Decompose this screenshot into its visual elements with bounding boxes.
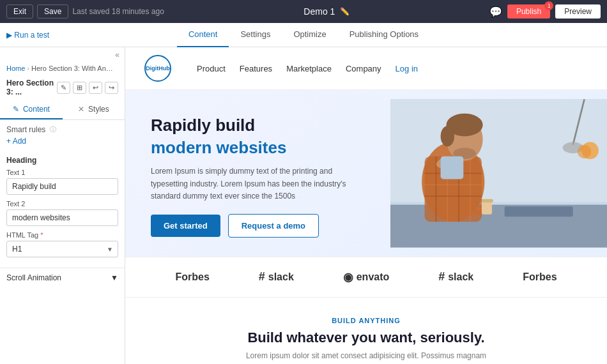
logo-forbes-1: Forbes	[175, 271, 209, 283]
add-link[interactable]: + Add	[6, 137, 118, 146]
top-bar-left: Exit Save Last saved 18 minutes ago	[6, 4, 164, 19]
panel-tab-styles[interactable]: ✕ Styles	[63, 100, 125, 119]
nav-link-product[interactable]: Product	[197, 64, 226, 73]
svg-rect-23	[440, 156, 463, 179]
nav-link-marketplace[interactable]: Marketplace	[286, 64, 332, 73]
heading-label: Heading	[6, 156, 118, 165]
site-nav: DigitHub Product Features Marketplace Co…	[125, 47, 607, 90]
top-bar-right: 💬 Publish 1 Preview	[489, 4, 601, 19]
scroll-animation-section[interactable]: Scroll Animation ▼	[0, 268, 125, 287]
panel-icon-edit[interactable]: ✎	[57, 82, 70, 94]
x-icon: ✕	[78, 105, 84, 114]
panel-collapse: «	[0, 47, 125, 62]
comment-icon[interactable]: 💬	[489, 6, 502, 18]
build-description: Lorem ipsum dolor sit amet consect adipi…	[206, 351, 526, 360]
logo-slack-2: # slack	[438, 270, 473, 284]
run-test-link[interactable]: ▶ Run a test	[6, 31, 49, 40]
saved-text: Last saved 18 minutes ago	[72, 7, 164, 16]
svg-point-27	[578, 145, 591, 158]
text2-input[interactable]	[6, 209, 118, 226]
text1-input[interactable]	[6, 178, 118, 195]
panel-icon-undo[interactable]: ↩	[89, 82, 102, 94]
panel-tab-content[interactable]: ✎ Content	[0, 100, 63, 119]
forbes-label-1: Forbes	[175, 271, 209, 283]
edit-icon: ✎	[13, 105, 19, 114]
logos-section: Forbes # slack ◉ envato # slack Forbes	[125, 257, 607, 298]
text1-label: Text 1	[6, 169, 118, 176]
publish-badge: 1	[544, 1, 553, 10]
build-eyebrow: BUILD ANYTHING	[144, 317, 588, 324]
save-button[interactable]: Save	[37, 4, 68, 19]
logo-forbes-2: Forbes	[523, 271, 557, 283]
hero-image	[390, 90, 607, 257]
scroll-animation-chevron-icon: ▼	[111, 273, 118, 282]
left-panel: « Home › Hero Section 3: With Angled Ima…	[0, 47, 125, 364]
scroll-animation-label: Scroll Animation	[6, 273, 61, 282]
tab-content[interactable]: Content	[177, 23, 229, 47]
site-nav-links: Product Features Marketplace Company Log…	[197, 64, 588, 73]
preview-button[interactable]: Preview	[555, 4, 601, 19]
preview-area: DigitHub Product Features Marketplace Co…	[125, 47, 607, 364]
html-tag-select[interactable]: H1 H2 H3 p	[6, 241, 118, 257]
breadcrumb: Home › Hero Section 3: With Angled Image…	[0, 62, 125, 75]
logo-slack-1: # slack	[259, 270, 294, 284]
nav-link-login[interactable]: Log in	[396, 64, 418, 73]
smart-rules-label: Smart rules	[6, 125, 45, 134]
slack-label-2: slack	[448, 271, 473, 283]
breadcrumb-section: Hero Section 3: With Angled Image On Rig…	[31, 64, 114, 72]
panel-header-title: Hero Section 3: ...	[6, 79, 54, 96]
logo-envato: ◉ envato	[343, 270, 390, 284]
nav-link-features[interactable]: Features	[240, 64, 272, 73]
svg-point-19	[440, 126, 454, 146]
build-title: Build whatever you want, seriously.	[144, 330, 588, 346]
hero-image-svg	[390, 90, 607, 257]
info-icon[interactable]: ⓘ	[50, 125, 56, 134]
html-tag-label: HTML Tag *	[6, 231, 118, 239]
tab-settings[interactable]: Settings	[229, 23, 282, 47]
hero-heading-line1: Rapidly build	[151, 116, 371, 135]
breadcrumb-home[interactable]: Home	[6, 64, 25, 72]
panel-section: Smart rules ⓘ + Add	[0, 120, 125, 151]
tab-optimize[interactable]: Optimize	[282, 23, 337, 47]
svg-rect-5	[480, 199, 493, 202]
panel-icon-redo[interactable]: ↪	[105, 82, 118, 94]
text2-label: Text 2	[6, 200, 118, 208]
hero-section: Rapidly build modern websites Lorem Ipsu…	[125, 90, 607, 257]
collapse-button[interactable]: «	[115, 50, 119, 59]
nav-link-company[interactable]: Company	[346, 64, 381, 73]
publish-button[interactable]: Publish 1	[507, 4, 550, 19]
svg-rect-3	[504, 206, 572, 216]
svg-rect-4	[482, 201, 492, 214]
exit-button[interactable]: Exit	[6, 4, 33, 19]
hero-description: Lorem Ipsum is simply dummy text of the …	[151, 165, 355, 202]
site-logo: DigitHub	[144, 55, 171, 82]
forbes-label-2: Forbes	[523, 271, 557, 283]
heading-section: Heading Text 1 Text 2 HTML Tag * H1 H2 H…	[0, 151, 125, 268]
top-bar: Exit Save Last saved 18 minutes ago Demo…	[0, 0, 607, 23]
breadcrumb-separator: ›	[27, 64, 29, 72]
tab-publishing-options[interactable]: Publishing Options	[338, 23, 430, 47]
svg-rect-2	[390, 205, 607, 248]
panel-header-icons: ✎ ⊞ ↩ ↪	[57, 82, 118, 94]
panel-icon-copy[interactable]: ⊞	[73, 82, 86, 94]
nav-tabs: ▶ Run a test Content Settings Optimize P…	[0, 23, 607, 47]
build-section: BUILD ANYTHING Build whatever you want, …	[125, 298, 607, 364]
top-bar-center: Demo 1 ✏️	[304, 6, 350, 17]
hero-content: Rapidly build modern websites Lorem Ipsu…	[125, 90, 390, 257]
get-started-button[interactable]: Get started	[151, 215, 220, 237]
slack-icon-2: #	[438, 270, 445, 284]
hero-heading-line2: modern websites	[151, 138, 371, 158]
panel-tabs: ✎ Content ✕ Styles	[0, 100, 125, 120]
pencil-icon[interactable]: ✏️	[340, 7, 350, 16]
main-layout: « Home › Hero Section 3: With Angled Ima…	[0, 47, 607, 364]
envato-label: envato	[357, 271, 390, 283]
request-demo-button[interactable]: Request a demo	[228, 214, 319, 238]
slack-icon-1: #	[259, 270, 265, 284]
slack-label-1: slack	[268, 271, 294, 283]
demo-title: Demo 1	[304, 6, 335, 17]
smart-rules-row: Smart rules ⓘ	[6, 125, 118, 134]
hero-buttons: Get started Request a demo	[151, 214, 371, 238]
html-tag-select-wrapper: H1 H2 H3 p ▼	[6, 241, 118, 257]
envato-icon: ◉	[343, 270, 353, 284]
required-marker: *	[40, 231, 43, 239]
